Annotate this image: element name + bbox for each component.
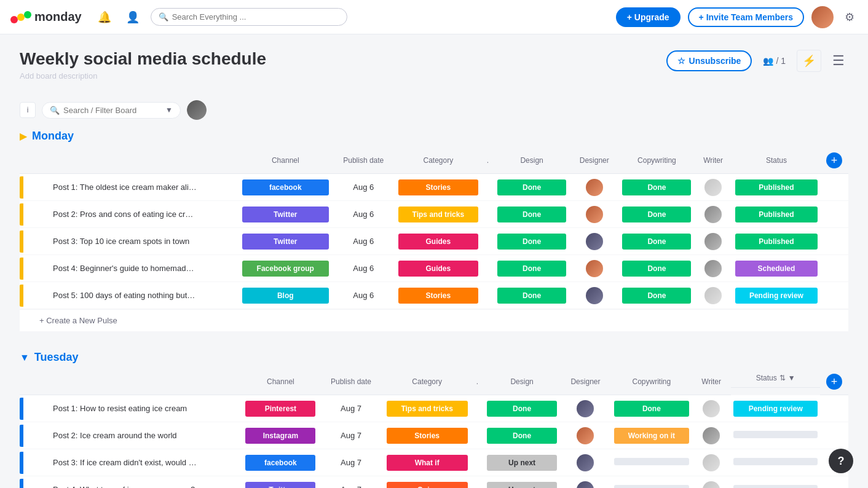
monday-col-add: + <box>820 148 848 174</box>
category-badge: Stories <box>398 179 478 195</box>
status-badge: Published <box>735 207 818 222</box>
table-row[interactable]: Post 3: Top 10 ice cream spots in town T… <box>20 228 848 255</box>
monday-add-pulse[interactable]: + Create a New Pulse <box>20 309 848 331</box>
help-button[interactable]: ? <box>829 449 853 473</box>
design-badge: Done <box>497 207 566 222</box>
design-badge: Done <box>497 234 566 250</box>
user-menu-button[interactable]: ⚙ <box>841 7 858 28</box>
writer-cell <box>694 400 728 417</box>
monday-group-title[interactable]: Monday <box>32 130 74 143</box>
tuesday-collapse-button[interactable]: ▼ <box>20 352 30 363</box>
star-icon: ☆ <box>677 56 685 66</box>
table-row[interactable]: Post 1: How to resist eating ice cream P… <box>20 395 848 422</box>
status-sort-icon[interactable]: ⇅ <box>779 374 786 382</box>
category-badge: Guides <box>398 261 478 277</box>
board-desc[interactable]: Add board description <box>20 71 266 81</box>
info-button[interactable]: i <box>20 102 36 118</box>
tuesday-col-category: Category <box>384 369 470 395</box>
channel-badge: Twitter <box>242 234 329 250</box>
category-badge: What if <box>387 455 468 471</box>
table-row[interactable]: Post 4: Beginner's guide to homemade ic.… <box>20 255 848 282</box>
logo-label: monday <box>34 10 82 24</box>
date-cell: Aug 6 <box>334 205 393 224</box>
writer-cell <box>696 260 730 277</box>
table-row[interactable]: Post 5: 100 days of eating nothing but i… <box>20 282 848 309</box>
row-title: Post 2: Ice cream around the world <box>48 425 202 446</box>
svg-point-1 <box>17 14 25 21</box>
status-badge: Scheduled <box>735 261 818 277</box>
filter-search-icon: 🔍 <box>50 106 60 115</box>
design-badge: Done <box>497 179 566 195</box>
table-row[interactable]: Post 2: Pros and cons of eating ice crea… <box>20 201 848 228</box>
status-badge <box>733 485 818 488</box>
row-title: Post 3: Top 10 ice cream spots in town <box>48 230 202 252</box>
date-cell: Aug 7 <box>320 426 381 445</box>
search-input[interactable] <box>172 12 339 22</box>
category-badge: Stories <box>398 288 478 304</box>
person-filter-button[interactable] <box>187 100 207 120</box>
table-row[interactable]: Post 3: If ice cream didn't exist, would… <box>20 449 848 476</box>
copywriting-badge: Done <box>622 261 691 277</box>
tuesday-group-title[interactable]: Tuesday <box>34 351 79 364</box>
unsubscribe-button[interactable]: ☆ Unsubscribe <box>666 50 752 71</box>
members-button[interactable]: 👥 / 1 <box>759 52 789 69</box>
activity-button[interactable]: ⚡ <box>797 50 821 72</box>
monday-table: Channel Publish date Category . Design D… <box>20 148 848 309</box>
designer-cell <box>571 206 617 223</box>
notifications-button[interactable]: 🔔 <box>94 7 115 28</box>
monday-collapse-button[interactable]: ▶ <box>20 130 27 142</box>
monday-group-header: ▶ Monday <box>20 130 848 143</box>
topnav: monday 🔔 👤 🔍 + Upgrade + Invite Team Mem… <box>0 0 868 34</box>
designer-cell <box>571 179 617 196</box>
filter-input[interactable] <box>63 106 162 115</box>
copywriting-badge: Done <box>622 207 691 222</box>
status-badge <box>733 431 818 438</box>
monday-add-col-button[interactable]: + <box>826 152 842 168</box>
filter-dropdown-icon[interactable]: ▼ <box>165 106 173 114</box>
invite-button[interactable]: + Invite Team Members <box>688 7 804 27</box>
date-cell: Aug 6 <box>334 232 393 251</box>
row-title: Post 4: Beginner's guide to homemade ic.… <box>48 258 202 279</box>
filter-bar[interactable]: 🔍 ▼ <box>42 102 181 119</box>
tuesday-col-design: Design <box>484 369 559 395</box>
table-row[interactable]: Post 2: Ice cream around the world Insta… <box>20 422 848 449</box>
category-badge: Tips and tricks <box>398 207 478 222</box>
copywriting-badge <box>614 458 689 465</box>
date-cell: Aug 6 <box>334 259 393 278</box>
channel-badge: Facebook group <box>242 261 329 277</box>
row-title: Post 3: If ice cream didn't exist, would… <box>48 452 202 473</box>
table-row[interactable]: Post 1: The oldest ice cream maker alive… <box>20 174 848 201</box>
tuesday-add-col-button[interactable]: + <box>826 374 842 390</box>
channel-badge: Blog <box>242 288 329 304</box>
people-button[interactable]: 👤 <box>122 7 143 28</box>
svg-point-0 <box>10 16 18 23</box>
row-title: Post 1: How to resist eating ice cream <box>48 398 202 419</box>
monday-col-date: Publish date <box>331 148 396 174</box>
design-badge: Up next <box>487 455 557 471</box>
design-badge: Up next <box>487 482 557 489</box>
avatar[interactable] <box>811 6 834 28</box>
tuesday-col-channel: Channel <box>243 369 318 395</box>
designer-cell <box>562 454 609 471</box>
table-row[interactable]: Post 4: What type of ice cream are you? … <box>20 476 848 488</box>
status-dropdown-icon[interactable]: ▼ <box>788 374 795 382</box>
category-badge: Quizz <box>387 482 468 489</box>
designer-cell <box>562 427 609 444</box>
channel-badge: Twitter <box>242 207 329 222</box>
design-badge: Done <box>487 401 557 417</box>
tuesday-table: Channel Publish date Category . Design D… <box>20 369 848 488</box>
global-search[interactable]: 🔍 <box>151 8 347 26</box>
board-menu-button[interactable]: ☰ <box>829 49 848 73</box>
board-title: Weekly social media schedule <box>20 49 266 69</box>
designer-cell <box>562 481 609 489</box>
monday-col-category: Category <box>396 148 481 174</box>
svg-point-2 <box>24 11 31 18</box>
date-cell: Aug 7 <box>320 453 381 472</box>
tuesday-col-copywriting: Copywriting <box>612 369 692 395</box>
upgrade-button[interactable]: + Upgrade <box>616 7 681 27</box>
category-badge: Stories <box>387 428 468 444</box>
date-cell: Aug 6 <box>334 286 393 305</box>
status-badge: Pending review <box>733 401 818 417</box>
writer-cell <box>694 481 728 489</box>
status-badge: Pending review <box>735 288 818 304</box>
